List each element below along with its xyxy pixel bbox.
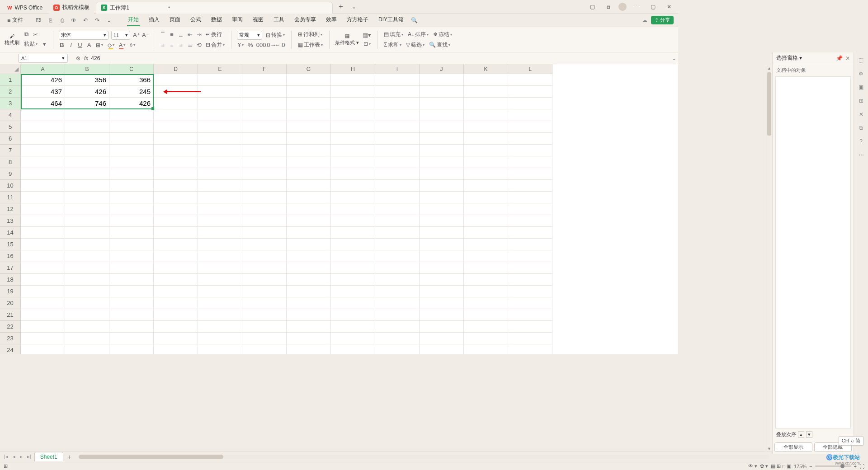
save-icon[interactable]: 🖫 bbox=[35, 17, 42, 24]
cell[interactable] bbox=[331, 168, 375, 180]
paste-button[interactable]: 粘贴▾ bbox=[23, 40, 38, 48]
cell[interactable] bbox=[21, 133, 65, 145]
format-brush[interactable]: 🖌 格式刷 bbox=[5, 33, 19, 46]
cell[interactable] bbox=[154, 98, 198, 109]
cell[interactable] bbox=[508, 250, 552, 262]
cell[interactable] bbox=[464, 86, 508, 98]
col-header-F[interactable]: F bbox=[242, 64, 287, 74]
cell[interactable] bbox=[154, 203, 198, 215]
row-header-7[interactable]: 7 bbox=[0, 145, 21, 156]
cell[interactable] bbox=[198, 98, 242, 109]
cell[interactable] bbox=[508, 121, 552, 133]
cell[interactable]: 464 bbox=[21, 98, 65, 109]
cell[interactable] bbox=[154, 109, 198, 121]
cell[interactable] bbox=[65, 286, 109, 297]
currency-icon[interactable]: ¥▾ bbox=[237, 42, 245, 49]
cell[interactable] bbox=[287, 286, 331, 297]
cell[interactable] bbox=[65, 227, 109, 239]
row-header-6[interactable]: 6 bbox=[0, 133, 21, 145]
cell[interactable] bbox=[464, 180, 508, 192]
qat-more-icon[interactable]: ⌄ bbox=[105, 17, 113, 24]
cell[interactable] bbox=[65, 192, 109, 203]
window-pip-icon[interactable]: ▢ bbox=[586, 4, 599, 10]
cancel-formula-icon[interactable]: ⊗ bbox=[76, 55, 80, 61]
row-header-15[interactable]: 15 bbox=[0, 239, 21, 250]
cell[interactable] bbox=[65, 180, 109, 192]
cell[interactable] bbox=[331, 74, 375, 86]
cell[interactable] bbox=[508, 309, 552, 321]
cell[interactable] bbox=[508, 192, 552, 203]
wrap-button[interactable]: ↵换行 bbox=[205, 30, 223, 39]
menu-8[interactable]: 会员专享 bbox=[293, 14, 317, 26]
cell[interactable] bbox=[331, 180, 375, 192]
inc-decimal-icon[interactable]: .0→ bbox=[265, 42, 272, 48]
cell[interactable] bbox=[464, 333, 508, 344]
cell[interactable] bbox=[375, 145, 420, 156]
cell[interactable] bbox=[198, 297, 242, 309]
cell[interactable] bbox=[198, 286, 242, 297]
cell[interactable] bbox=[109, 145, 154, 156]
cell[interactable] bbox=[65, 333, 109, 344]
cell[interactable] bbox=[198, 250, 242, 262]
cell[interactable] bbox=[109, 109, 154, 121]
cell[interactable] bbox=[420, 333, 464, 344]
cell[interactable] bbox=[464, 109, 508, 121]
cell[interactable] bbox=[65, 297, 109, 309]
avatar[interactable] bbox=[618, 3, 627, 11]
cell[interactable] bbox=[242, 227, 287, 239]
cell[interactable] bbox=[375, 203, 420, 215]
copy-icon[interactable]: ⧉ bbox=[23, 31, 29, 38]
cell[interactable] bbox=[109, 297, 154, 309]
cell[interactable] bbox=[508, 321, 552, 333]
cell[interactable] bbox=[242, 180, 287, 192]
row-header-21[interactable]: 21 bbox=[0, 309, 21, 321]
cell[interactable] bbox=[65, 321, 109, 333]
cell[interactable] bbox=[420, 109, 464, 121]
cell[interactable] bbox=[331, 333, 375, 344]
cell[interactable] bbox=[420, 86, 464, 98]
merge-button[interactable]: ⊟合并▾ bbox=[205, 41, 226, 49]
cell[interactable] bbox=[109, 192, 154, 203]
col-header-G[interactable]: G bbox=[287, 64, 331, 74]
cell[interactable] bbox=[154, 156, 198, 168]
cell[interactable] bbox=[464, 215, 508, 227]
cell[interactable] bbox=[109, 215, 154, 227]
cell[interactable] bbox=[154, 297, 198, 309]
cell[interactable] bbox=[331, 203, 375, 215]
cell[interactable] bbox=[21, 168, 65, 180]
cell[interactable] bbox=[21, 215, 65, 227]
cell[interactable] bbox=[375, 227, 420, 239]
cell[interactable] bbox=[508, 297, 552, 309]
cell[interactable] bbox=[154, 321, 198, 333]
cell[interactable] bbox=[287, 239, 331, 250]
cell[interactable] bbox=[198, 145, 242, 156]
cell[interactable] bbox=[375, 321, 420, 333]
fx-icon[interactable]: fx bbox=[84, 55, 88, 61]
cell[interactable] bbox=[420, 286, 464, 297]
cell[interactable] bbox=[375, 86, 420, 98]
cell[interactable] bbox=[242, 286, 287, 297]
cell[interactable] bbox=[287, 215, 331, 227]
cell[interactable] bbox=[375, 250, 420, 262]
cell[interactable] bbox=[198, 321, 242, 333]
orientation-icon[interactable]: ⟲ bbox=[196, 42, 202, 48]
tab-wps[interactable]: W WPS Office bbox=[3, 2, 47, 14]
cell[interactable] bbox=[21, 156, 65, 168]
cell[interactable]: 426 bbox=[109, 98, 154, 109]
cell[interactable] bbox=[420, 121, 464, 133]
cell[interactable] bbox=[464, 156, 508, 168]
align-justify-icon[interactable]: ≣ bbox=[187, 42, 193, 48]
cell[interactable] bbox=[154, 133, 198, 145]
row-header-20[interactable]: 20 bbox=[0, 297, 21, 309]
cell[interactable] bbox=[464, 274, 508, 286]
underline-icon[interactable]: U bbox=[77, 42, 83, 48]
cell[interactable] bbox=[287, 297, 331, 309]
cell[interactable] bbox=[198, 274, 242, 286]
cell[interactable] bbox=[331, 239, 375, 250]
spreadsheet-grid[interactable]: ◢ ABCDEFGHIJKL 1234567891011121314151617… bbox=[0, 64, 678, 354]
cell[interactable] bbox=[464, 239, 508, 250]
cell[interactable] bbox=[464, 297, 508, 309]
cell[interactable] bbox=[464, 74, 508, 86]
cell[interactable] bbox=[21, 297, 65, 309]
row-header-12[interactable]: 12 bbox=[0, 203, 21, 215]
